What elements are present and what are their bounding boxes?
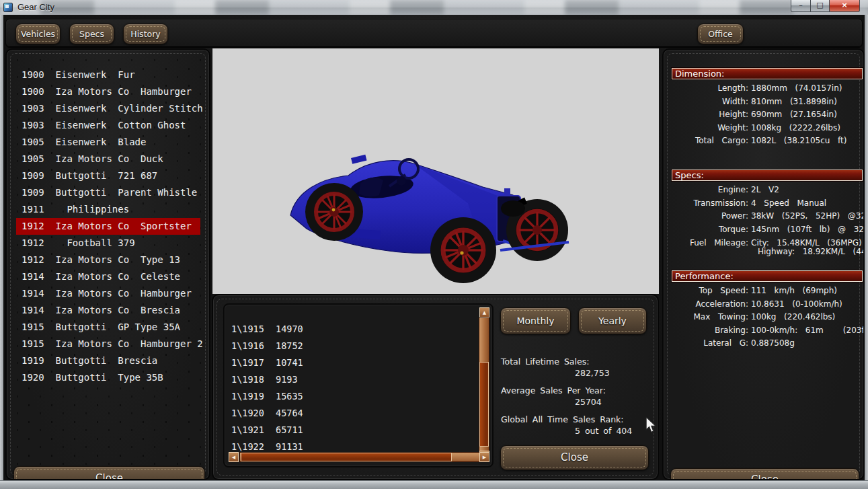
vertical-scrollbar-track[interactable] [479, 317, 489, 461]
sales-row[interactable]: 1\191514970 [231, 321, 477, 338]
list-item[interactable]: 1909 Buttgotti Parent Whistle [16, 184, 200, 201]
stat-label: Total Lifetime Sales: [501, 356, 659, 367]
vehicle-list: 1900 Eisenwerk Fur 1900 Iza Motors Co Ha… [16, 67, 200, 386]
vehicles-button[interactable]: Vehicles [15, 24, 61, 44]
sales-row[interactable]: 1\191618752 [231, 338, 477, 354]
list-item-selected[interactable]: 1912 Iza Motors Co Sportster [16, 218, 200, 235]
maximize-button[interactable]: □ [810, 0, 830, 12]
list-item[interactable]: 1915 Buttgotti GP Type 35A [16, 319, 200, 336]
sales-row[interactable]: 1\191710741 [231, 354, 477, 371]
list-item[interactable]: 1911 Philippines [16, 201, 200, 218]
app-window: Gear City – □ × Vehicles Specs History O… [0, 0, 868, 489]
titlebar-glass [0, 0, 868, 15]
list-item[interactable]: 1914 Iza Motors Co Hamburger [16, 285, 200, 302]
sales-stats: Total Lifetime Sales: 282,753 Average Sa… [501, 356, 659, 443]
titlebar[interactable]: Gear City – □ × [0, 0, 868, 15]
list-item[interactable]: 1900 Eisenwerk Fur [16, 67, 200, 83]
minimize-button[interactable]: – [791, 0, 811, 12]
specs-button[interactable]: Specs [69, 24, 114, 44]
vehicle-list-close-button[interactable]: Close [13, 466, 205, 480]
specs-header: Specs: [672, 170, 863, 181]
stat-value: 282,753 [501, 367, 659, 379]
list-item[interactable]: 1919 Buttgotti Brescia [16, 352, 200, 369]
car-illustration [212, 48, 660, 294]
vehicle-3d-view[interactable] [212, 48, 659, 294]
sales-panel: . 1\191514970 1\191618752 1\191710741 1\… [212, 294, 659, 480]
list-item[interactable]: 1905 Eisenwerk Blade [16, 134, 200, 151]
sales-row[interactable]: 1\19189193 [231, 371, 477, 388]
sales-close-button[interactable]: Close [500, 445, 649, 470]
sales-row[interactable]: 1\191915635 [231, 388, 477, 405]
vertical-scrollbar-thumb[interactable] [479, 362, 489, 447]
list-item[interactable]: 1912 Iza Motors Co Type 13 [16, 252, 200, 268]
office-button[interactable]: Office [697, 24, 744, 44]
stat-label: Average Sales Per Year: [501, 385, 659, 396]
scroll-up-button[interactable]: ▲ [479, 307, 489, 317]
horizontal-scrollbar-thumb[interactable] [241, 453, 452, 461]
sales-row[interactable]: 1\192045764 [231, 405, 477, 422]
list-item[interactable]: 1909 Buttgotti 721 687 [16, 167, 200, 184]
list-item[interactable]: 1900 Iza Motors Co Hamburger [16, 83, 200, 100]
list-item[interactable]: 1915 Iza Motors Co Hamburger 2 [16, 336, 200, 352]
list-item[interactable]: 1903 Eisenwerk Cotton Ghost [16, 117, 200, 134]
details-panel: Dimension: Length:1880mm (74.0157in) Wid… [662, 48, 865, 480]
stat-label: Global All Time Sales Rank: [501, 414, 659, 425]
list-item[interactable]: 1914 Iza Motors Co Brescia [16, 302, 200, 319]
sales-row[interactable]: 1\192165711 [231, 422, 477, 439]
scroll-left-button[interactable]: ◀ [229, 452, 239, 462]
window-border-bottom [0, 480, 868, 489]
list-item[interactable]: 1905 Iza Motors Co Duck [16, 151, 200, 167]
window-close-button[interactable]: × [829, 0, 860, 12]
sales-rows: 1\191514970 1\191618752 1\191710741 1\19… [231, 321, 477, 455]
horizontal-scrollbar-track[interactable] [239, 452, 489, 462]
window-title: Gear City [17, 2, 54, 12]
stat-value: 5 out of 404 [501, 425, 659, 437]
window-controls: – □ × [791, 0, 860, 12]
performance-header: Performance: [672, 270, 863, 282]
dimension-section: Dimension: Length:1880mm (74.0157in) Wid… [672, 68, 861, 148]
history-button[interactable]: History [123, 24, 168, 44]
monthly-button[interactable]: Monthly [500, 307, 571, 334]
yearly-button[interactable]: Yearly [578, 307, 647, 334]
performance-section: Performance: Top Speed:111 km/h (69mph) … [672, 270, 861, 350]
scroll-right-button[interactable]: ▶ [479, 452, 489, 462]
list-item[interactable]: 1914 Iza Motors Co Celeste [16, 268, 200, 285]
window-border-right [865, 15, 868, 489]
sales-partial-row: . [237, 311, 241, 317]
details-close-button[interactable]: Close [670, 468, 859, 480]
client-area: Vehicles Specs History Office 1900 Eisen… [3, 15, 865, 480]
sales-listbox: . 1\191514970 1\191618752 1\191710741 1\… [223, 303, 494, 467]
stat-value: 25704 [501, 396, 659, 408]
list-item[interactable]: 1920 Buttgotti Type 35B [16, 369, 200, 386]
app-icon [3, 3, 13, 12]
specs-section: Specs: Engine:2L V2 Transmission:4 Speed… [672, 170, 861, 256]
list-item[interactable]: 1903 Eisenwerk Cylinder Stitch [16, 100, 200, 117]
list-item[interactable]: 1912 Football 379 [16, 235, 200, 252]
vehicle-list-panel: 1900 Eisenwerk Fur 1900 Iza Motors Co Ha… [5, 48, 210, 480]
dimension-header: Dimension: [672, 68, 863, 79]
